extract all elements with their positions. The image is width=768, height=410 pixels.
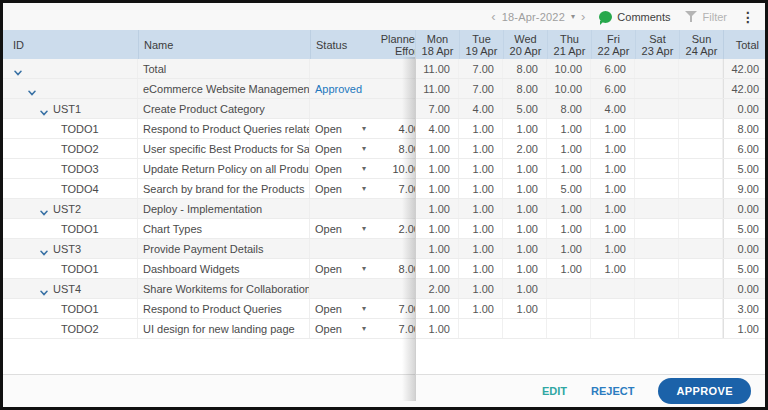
- comments-icon: [599, 11, 612, 23]
- week-date-label[interactable]: 18-Apr-2022: [502, 11, 565, 23]
- chevron-down-icon[interactable]: [39, 244, 49, 254]
- row-id-cell: TODO1: [3, 259, 138, 278]
- column-header-day: Fri22 Apr: [591, 30, 635, 59]
- day-hours-cell: 4.00: [415, 119, 459, 138]
- row-name-cell: Provide Payment Details: [138, 239, 310, 258]
- filter-button[interactable]: Filter: [685, 11, 727, 23]
- status-caret-icon[interactable]: ▾: [362, 219, 366, 238]
- edit-button[interactable]: EDIT: [542, 385, 567, 397]
- status-dropdown[interactable]: Open▾: [310, 259, 372, 278]
- reject-button[interactable]: REJECT: [591, 385, 634, 397]
- row-id-label: TODO1: [61, 219, 99, 238]
- day-hours-cell: 1.00: [503, 219, 547, 238]
- planned-effort-cell: 7.00: [372, 319, 415, 338]
- row-id-cell: [3, 79, 138, 98]
- day-hours-cell: 1.00: [503, 179, 547, 198]
- row-name-cell: Dashboard Widgets: [138, 259, 310, 278]
- chevron-down-icon[interactable]: [39, 204, 49, 214]
- column-header-day: Sun24 Apr: [679, 30, 723, 59]
- status-approved-link[interactable]: Approved: [315, 83, 362, 95]
- status-dropdown[interactable]: Open▾: [310, 139, 372, 158]
- status-dropdown[interactable]: Open▾: [310, 319, 372, 338]
- day-hours-cell: 1.00: [459, 299, 503, 318]
- row-name-cell: Search by brand for the Products: [138, 179, 310, 198]
- row-name-cell: Create Product Category: [138, 99, 310, 118]
- day-hours-cell: 4.00: [459, 99, 503, 118]
- next-week-icon[interactable]: ›: [581, 9, 585, 24]
- day-hours-cell: [459, 319, 503, 338]
- day-hours-cell: 1.00: [415, 259, 459, 278]
- day-hours-cell: [635, 99, 679, 118]
- status-dropdown[interactable]: Open▾: [310, 179, 372, 198]
- day-hours-cell: [635, 299, 679, 318]
- status-dropdown[interactable]: Open▾: [310, 219, 372, 238]
- planned-effort-cell: [372, 199, 415, 218]
- day-hours-cell: 1.00: [547, 239, 591, 258]
- status-caret-icon[interactable]: ▾: [362, 319, 366, 338]
- chevron-down-icon[interactable]: [13, 64, 23, 74]
- day-hours-cell: 5.00: [503, 99, 547, 118]
- chevron-down-icon[interactable]: [27, 84, 37, 94]
- more-options-icon[interactable]: ⋮: [741, 10, 755, 24]
- day-hours-cell: [679, 79, 723, 98]
- status-dropdown[interactable]: Open▾: [310, 299, 372, 318]
- day-hours-cell: [679, 259, 723, 278]
- day-hours-cell: 1.00: [415, 139, 459, 158]
- status-caret-icon[interactable]: ▾: [362, 179, 366, 198]
- status-dropdown[interactable]: Open▾: [310, 159, 372, 178]
- row-id-cell: TODO1: [3, 119, 138, 138]
- day-hours-cell: 1.00: [415, 199, 459, 218]
- day-hours-cell: 1.00: [547, 159, 591, 178]
- comments-button[interactable]: Comments: [599, 11, 670, 23]
- day-hours-cell: 4.00: [591, 99, 635, 118]
- table-row: UST4Share Workitems for Collaboration2.0…: [3, 279, 765, 299]
- row-total-cell: 9.00: [723, 179, 765, 198]
- status-caret-icon[interactable]: ▾: [362, 299, 366, 318]
- approve-button[interactable]: APPROVE: [658, 378, 751, 404]
- chevron-down-icon[interactable]: [39, 104, 49, 114]
- prev-week-icon[interactable]: ‹: [491, 9, 495, 24]
- day-hours-cell: [679, 299, 723, 318]
- row-total-cell: 8.00: [723, 119, 765, 138]
- grid-body: Total11.007.008.0010.006.0042.00eCommerc…: [3, 59, 765, 339]
- date-dropdown-icon[interactable]: ▾: [571, 12, 575, 21]
- row-id-cell: UST4: [3, 279, 138, 298]
- status-caret-icon[interactable]: ▾: [362, 159, 366, 178]
- day-hours-cell: [635, 239, 679, 258]
- day-hours-cell: [679, 279, 723, 298]
- status-cell: Approved: [310, 79, 372, 98]
- day-hours-cell: 1.00: [459, 259, 503, 278]
- table-row: UST2Deploy - Implementation1.001.001.001…: [3, 199, 765, 219]
- row-total-cell: 5.00: [723, 259, 765, 278]
- column-header-day: Thu21 Apr: [547, 30, 591, 59]
- row-id-cell: TODO4: [3, 179, 138, 198]
- day-hours-cell: 7.00: [415, 99, 459, 118]
- row-id-label: TODO4: [61, 179, 99, 198]
- column-header-day: Wed20 Apr: [503, 30, 547, 59]
- row-id-label: TODO2: [61, 319, 99, 338]
- chevron-down-icon[interactable]: [39, 284, 49, 294]
- day-hours-cell: 1.00: [415, 159, 459, 178]
- status-caret-icon[interactable]: ▾: [362, 259, 366, 278]
- row-total-cell: 1.00: [723, 319, 765, 338]
- row-name-cell: Update Return Policy on all Product Pag: [138, 159, 310, 178]
- day-hours-cell: [679, 319, 723, 338]
- day-hours-cell: 1.00: [591, 179, 635, 198]
- row-total-cell: 6.00: [723, 139, 765, 158]
- status-cell: [310, 99, 372, 118]
- row-total-cell: 0.00: [723, 279, 765, 298]
- planned-effort-cell: 8.00: [372, 139, 415, 158]
- row-id-cell: TODO2: [3, 319, 138, 338]
- status-value: Open: [315, 123, 342, 135]
- status-value: Open: [315, 263, 342, 275]
- status-caret-icon[interactable]: ▾: [362, 139, 366, 158]
- status-caret-icon[interactable]: ▾: [362, 119, 366, 138]
- day-hours-cell: [635, 179, 679, 198]
- row-id-cell: UST2: [3, 199, 138, 218]
- day-hours-cell: [547, 319, 591, 338]
- day-hours-cell: [679, 239, 723, 258]
- row-name-cell: Total: [138, 59, 310, 78]
- status-dropdown[interactable]: Open▾: [310, 119, 372, 138]
- day-hours-cell: 1.00: [503, 299, 547, 318]
- row-name-cell: UI design for new landing page: [138, 319, 310, 338]
